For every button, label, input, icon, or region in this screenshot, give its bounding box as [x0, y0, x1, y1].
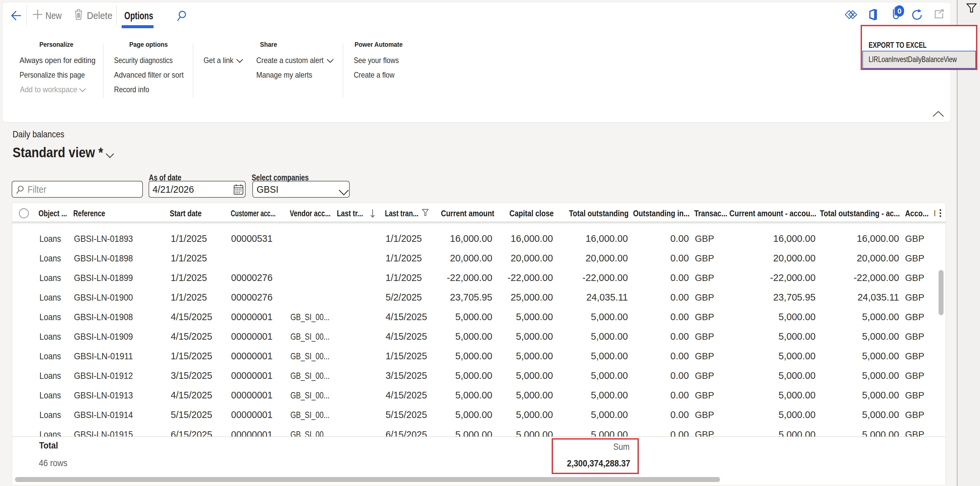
- svg-text:0: 0: [897, 7, 901, 15]
